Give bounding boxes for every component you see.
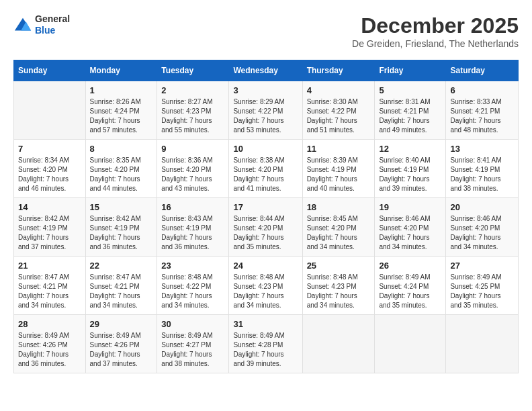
calendar-cell: 10Sunrise: 8:38 AM Sunset: 4:20 PM Dayli… [229, 140, 302, 198]
day-number: 16 [161, 202, 224, 212]
day-number: 30 [161, 319, 224, 329]
calendar-cell: 12Sunrise: 8:40 AM Sunset: 4:19 PM Dayli… [375, 140, 446, 198]
day-info: Sunrise: 8:47 AM Sunset: 4:21 PM Dayligh… [90, 273, 153, 310]
location: De Greiden, Friesland, The Netherlands [352, 38, 519, 49]
day-info: Sunrise: 8:42 AM Sunset: 4:19 PM Dayligh… [18, 214, 81, 252]
calendar-cell: 8Sunrise: 8:35 AM Sunset: 4:20 PM Daylig… [85, 140, 157, 198]
calendar-cell: 18Sunrise: 8:45 AM Sunset: 4:20 PM Dayli… [302, 198, 375, 257]
day-info: Sunrise: 8:27 AM Sunset: 4:23 PM Dayligh… [161, 97, 224, 135]
calendar-table: SundayMondayTuesdayWednesdayThursdayFrid… [13, 60, 519, 373]
calendar-cell: 31Sunrise: 8:49 AM Sunset: 4:28 PM Dayli… [229, 315, 302, 373]
calendar-cell: 6Sunrise: 8:33 AM Sunset: 4:21 PM Daylig… [446, 81, 519, 140]
calendar-cell [375, 315, 446, 373]
calendar-cell: 30Sunrise: 8:49 AM Sunset: 4:27 PM Dayli… [157, 315, 229, 373]
page-header: General Blue December 2025 De Greiden, F… [13, 13, 519, 49]
day-number: 1 [90, 85, 153, 95]
calendar-cell: 29Sunrise: 8:49 AM Sunset: 4:26 PM Dayli… [85, 315, 157, 373]
calendar-cell [302, 315, 375, 373]
calendar-cell: 26Sunrise: 8:49 AM Sunset: 4:24 PM Dayli… [375, 257, 446, 315]
day-info: Sunrise: 8:41 AM Sunset: 4:19 PM Dayligh… [450, 156, 514, 193]
calendar-cell: 2Sunrise: 8:27 AM Sunset: 4:23 PM Daylig… [157, 81, 229, 140]
calendar-cell: 28Sunrise: 8:49 AM Sunset: 4:26 PM Dayli… [14, 315, 86, 373]
day-info: Sunrise: 8:45 AM Sunset: 4:20 PM Dayligh… [307, 214, 371, 252]
day-info: Sunrise: 8:44 AM Sunset: 4:20 PM Dayligh… [233, 214, 298, 252]
header-wednesday: Wednesday [229, 60, 302, 81]
calendar-cell [446, 315, 519, 373]
day-info: Sunrise: 8:35 AM Sunset: 4:20 PM Dayligh… [90, 156, 153, 193]
day-number: 2 [161, 85, 224, 95]
calendar-cell: 23Sunrise: 8:48 AM Sunset: 4:22 PM Dayli… [157, 257, 229, 315]
day-number: 10 [233, 144, 298, 154]
calendar-cell [14, 81, 86, 140]
day-number: 25 [307, 261, 371, 271]
day-number: 15 [90, 202, 153, 212]
day-number: 24 [233, 261, 298, 271]
day-number: 18 [307, 202, 371, 212]
day-number: 27 [450, 261, 514, 271]
calendar-cell: 4Sunrise: 8:30 AM Sunset: 4:22 PM Daylig… [302, 81, 375, 140]
day-number: 28 [18, 319, 81, 329]
day-number: 20 [450, 202, 514, 212]
day-info: Sunrise: 8:49 AM Sunset: 4:25 PM Dayligh… [450, 273, 514, 310]
day-info: Sunrise: 8:26 AM Sunset: 4:24 PM Dayligh… [90, 97, 153, 135]
day-number: 3 [233, 85, 298, 95]
day-info: Sunrise: 8:39 AM Sunset: 4:19 PM Dayligh… [307, 156, 371, 193]
day-info: Sunrise: 8:48 AM Sunset: 4:23 PM Dayligh… [233, 273, 298, 310]
day-number: 12 [379, 144, 441, 154]
day-info: Sunrise: 8:47 AM Sunset: 4:21 PM Dayligh… [18, 273, 81, 310]
day-info: Sunrise: 8:49 AM Sunset: 4:24 PM Dayligh… [379, 273, 441, 310]
calendar-cell: 24Sunrise: 8:48 AM Sunset: 4:23 PM Dayli… [229, 257, 302, 315]
calendar-week-5: 28Sunrise: 8:49 AM Sunset: 4:26 PM Dayli… [14, 315, 519, 373]
day-number: 11 [307, 144, 371, 154]
day-info: Sunrise: 8:29 AM Sunset: 4:22 PM Dayligh… [233, 97, 298, 135]
calendar-cell: 19Sunrise: 8:46 AM Sunset: 4:20 PM Dayli… [375, 198, 446, 257]
day-number: 4 [307, 85, 371, 95]
day-info: Sunrise: 8:46 AM Sunset: 4:20 PM Dayligh… [450, 214, 514, 252]
day-info: Sunrise: 8:42 AM Sunset: 4:19 PM Dayligh… [90, 214, 153, 252]
day-number: 22 [90, 261, 153, 271]
header-saturday: Saturday [446, 60, 519, 81]
header-friday: Friday [375, 60, 446, 81]
calendar-cell: 1Sunrise: 8:26 AM Sunset: 4:24 PM Daylig… [85, 81, 157, 140]
calendar-cell: 13Sunrise: 8:41 AM Sunset: 4:19 PM Dayli… [446, 140, 519, 198]
day-info: Sunrise: 8:38 AM Sunset: 4:20 PM Dayligh… [233, 156, 298, 193]
day-number: 17 [233, 202, 298, 212]
day-info: Sunrise: 8:33 AM Sunset: 4:21 PM Dayligh… [450, 97, 514, 135]
header-tuesday: Tuesday [157, 60, 229, 81]
day-number: 21 [18, 261, 81, 271]
calendar-cell: 27Sunrise: 8:49 AM Sunset: 4:25 PM Dayli… [446, 257, 519, 315]
day-info: Sunrise: 8:40 AM Sunset: 4:19 PM Dayligh… [379, 156, 441, 193]
logo: General Blue [13, 13, 70, 36]
header-monday: Monday [85, 60, 157, 81]
calendar-cell: 15Sunrise: 8:42 AM Sunset: 4:19 PM Dayli… [85, 198, 157, 257]
calendar-cell: 25Sunrise: 8:48 AM Sunset: 4:23 PM Dayli… [302, 257, 375, 315]
day-number: 5 [379, 85, 441, 95]
calendar-cell: 3Sunrise: 8:29 AM Sunset: 4:22 PM Daylig… [229, 81, 302, 140]
day-number: 23 [161, 261, 224, 271]
day-info: Sunrise: 8:48 AM Sunset: 4:22 PM Dayligh… [161, 273, 224, 310]
day-info: Sunrise: 8:43 AM Sunset: 4:19 PM Dayligh… [161, 214, 224, 252]
calendar-week-2: 7Sunrise: 8:34 AM Sunset: 4:20 PM Daylig… [14, 140, 519, 198]
day-number: 14 [18, 202, 81, 212]
header-sunday: Sunday [14, 60, 86, 81]
day-info: Sunrise: 8:48 AM Sunset: 4:23 PM Dayligh… [307, 273, 371, 310]
calendar-cell: 11Sunrise: 8:39 AM Sunset: 4:19 PM Dayli… [302, 140, 375, 198]
calendar-cell: 9Sunrise: 8:36 AM Sunset: 4:20 PM Daylig… [157, 140, 229, 198]
calendar-cell: 20Sunrise: 8:46 AM Sunset: 4:20 PM Dayli… [446, 198, 519, 257]
day-number: 13 [450, 144, 514, 154]
day-info: Sunrise: 8:49 AM Sunset: 4:28 PM Dayligh… [233, 331, 298, 369]
calendar-cell: 21Sunrise: 8:47 AM Sunset: 4:21 PM Dayli… [14, 257, 86, 315]
day-info: Sunrise: 8:46 AM Sunset: 4:20 PM Dayligh… [379, 214, 441, 252]
logo-text: General Blue [35, 13, 70, 36]
day-number: 6 [450, 85, 514, 95]
calendar-week-4: 21Sunrise: 8:47 AM Sunset: 4:21 PM Dayli… [14, 257, 519, 315]
calendar-cell: 7Sunrise: 8:34 AM Sunset: 4:20 PM Daylig… [14, 140, 86, 198]
day-number: 9 [161, 144, 224, 154]
calendar-cell: 14Sunrise: 8:42 AM Sunset: 4:19 PM Dayli… [14, 198, 86, 257]
logo-icon [13, 15, 32, 34]
day-info: Sunrise: 8:49 AM Sunset: 4:26 PM Dayligh… [18, 331, 81, 369]
calendar-cell: 16Sunrise: 8:43 AM Sunset: 4:19 PM Dayli… [157, 198, 229, 257]
day-info: Sunrise: 8:31 AM Sunset: 4:21 PM Dayligh… [379, 97, 441, 135]
month-title: December 2025 [352, 13, 519, 38]
day-info: Sunrise: 8:49 AM Sunset: 4:27 PM Dayligh… [161, 331, 224, 369]
